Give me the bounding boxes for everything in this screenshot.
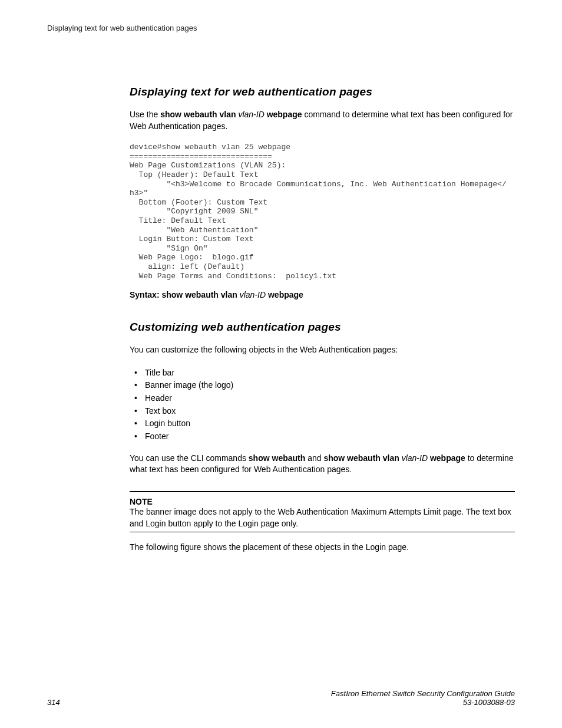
bullet-text: Header [145,392,172,405]
list-item: •Login button [134,417,515,430]
bullet-icon: • [134,405,145,418]
bullet-icon: • [134,417,145,430]
note-body: The banner image does not apply to the W… [130,506,515,529]
page-footer: 314 FastIron Ethernet Switch Security Co… [47,689,515,707]
syntax-post: webpage [266,290,303,299]
page-header: Displaying text for web authentication p… [47,24,515,32]
list-item: •Banner image (the logo) [134,379,515,392]
bullet-icon: • [134,392,145,405]
list-item: •Header [134,392,515,405]
bullet-icon: • [134,430,145,443]
cmd-italic: vlan-ID [402,453,430,463]
syntax-line: Syntax: show webauth vlan vlan-ID webpag… [130,290,515,299]
bullet-text: Text box [145,405,176,418]
main-content: Displaying text for web authentication p… [130,85,515,554]
bullet-text: Footer [145,430,168,443]
list-item: •Footer [134,430,515,443]
page: Displaying text for web authentication p… [0,0,562,728]
section1-intro: Use the show webauth vlan vlan-ID webpag… [130,109,515,132]
list-item: •Text box [134,405,515,418]
note-rule-top [130,491,515,492]
cmd-bold: show webauth vlan [160,110,238,119]
cmd-bold: webpage [267,110,302,119]
text: and [305,453,323,463]
text: You can use the CLI commands [130,453,249,463]
bullet-list: •Title bar •Banner image (the logo) •Hea… [130,367,515,443]
bullet-icon: • [134,379,145,392]
section1-title: Displaying text for web authentication p… [130,85,515,98]
list-item: •Title bar [134,367,515,380]
syntax-label: Syntax: show webauth vlan [130,290,240,299]
footer-right: FastIron Ethernet Switch Security Config… [331,689,515,707]
bullet-icon: • [134,367,145,380]
text: Use the [130,110,160,119]
guide-title: FastIron Ethernet Switch Security Config… [331,689,515,698]
bullet-text: Login button [145,417,190,430]
note-label: NOTE [130,497,515,506]
bullet-text: Banner image (the logo) [145,379,233,392]
page-number: 314 [47,698,60,707]
section2-title: Customizing web authentication pages [130,321,515,334]
section2-para2: You can use the CLI commands show webaut… [130,453,515,476]
cmd-bold: show webauth vlan [323,453,401,463]
bullet-text: Title bar [145,367,174,380]
cmd-bold: webpage [430,453,465,463]
cmd-italic: vlan-ID [238,110,266,119]
section2-intro: You can customize the following objects … [130,344,515,356]
section2-para3: The following figure shows the placement… [130,542,515,554]
syntax-italic: vlan-ID [240,290,266,299]
note-rule-bottom [130,532,515,532]
doc-number: 53-1003088-03 [331,698,515,707]
code-block: device#show webauth vlan 25 webpage ====… [130,143,515,281]
cmd-bold: show webauth [249,453,305,463]
